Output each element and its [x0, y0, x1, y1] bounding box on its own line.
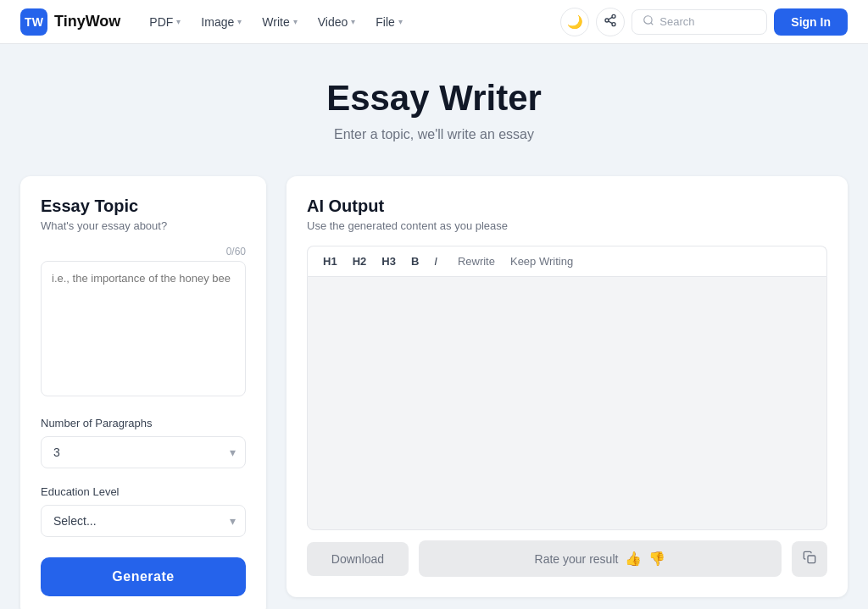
editor-toolbar: H1 H2 H3 B I Rewrite Keep Writing	[307, 246, 827, 276]
generate-button[interactable]: Generate	[41, 557, 246, 596]
svg-point-0	[612, 14, 615, 18]
nav-image[interactable]: Image ▾	[192, 10, 250, 34]
moon-icon: 🌙	[567, 14, 583, 30]
toolbar-h3-button[interactable]: H3	[376, 253, 401, 269]
chevron-down-icon: ▾	[293, 17, 298, 26]
svg-point-2	[612, 23, 615, 26]
toolbar-italic-button[interactable]: I	[429, 253, 442, 269]
svg-line-3	[609, 21, 613, 24]
copy-icon	[803, 551, 816, 567]
content-grid: Essay Topic What's your essay about? 0/6…	[20, 176, 848, 609]
education-select[interactable]: Select... Elementary Middle School High …	[41, 505, 246, 537]
paragraphs-select[interactable]: 1 2 3 4 5	[41, 436, 246, 468]
ai-output-subtitle: Use the generated content as you please	[307, 219, 827, 232]
ai-output-title: AI Output	[307, 197, 827, 216]
logo[interactable]: TW TinyWow	[20, 8, 120, 36]
svg-line-4	[609, 17, 613, 19]
logo-text: TinyWow	[54, 13, 120, 30]
nav-video[interactable]: Video ▾	[309, 10, 364, 34]
rate-label: Rate your result	[535, 552, 619, 566]
chevron-down-icon: ▾	[237, 17, 242, 26]
essay-topic-textarea[interactable]	[41, 261, 246, 396]
chevron-down-icon: ▾	[351, 17, 355, 26]
toolbar-bold-button[interactable]: B	[406, 253, 424, 269]
page-header: Essay Writer Enter a topic, we'll write …	[20, 78, 848, 142]
toolbar-rewrite-button[interactable]: Rewrite	[453, 253, 500, 269]
nav-pdf[interactable]: PDF ▾	[141, 10, 189, 34]
svg-point-5	[644, 15, 652, 23]
char-count: 0/60	[41, 246, 246, 257]
thumbs-up-icon[interactable]: 👍	[625, 551, 642, 567]
main-nav: PDF ▾ Image ▾ Write ▾ Video ▾ File ▾	[141, 10, 554, 34]
essay-topic-subtitle: What's your essay about?	[41, 219, 246, 232]
toolbar-h2-button[interactable]: H2	[348, 253, 372, 269]
toolbar-h1-button[interactable]: H1	[318, 253, 342, 269]
rate-result-button[interactable]: Rate your result 👍 👎	[419, 540, 782, 577]
sign-in-button[interactable]: Sign In	[774, 8, 848, 36]
toolbar-keep-writing-button[interactable]: Keep Writing	[505, 253, 578, 269]
left-panel: Essay Topic What's your essay about? 0/6…	[20, 176, 266, 609]
svg-rect-7	[808, 556, 815, 563]
paragraphs-select-wrapper: 1 2 3 4 5	[41, 436, 246, 468]
education-select-wrapper: Select... Elementary Middle School High …	[41, 505, 246, 537]
search-icon	[643, 14, 654, 30]
essay-topic-title: Essay Topic	[41, 197, 246, 216]
page-title: Essay Writer	[20, 78, 848, 119]
editor-area[interactable]	[307, 276, 827, 530]
dark-mode-button[interactable]: 🌙	[560, 8, 589, 36]
share-button[interactable]	[596, 8, 625, 36]
logo-icon: TW	[20, 8, 47, 36]
page-subtitle: Enter a topic, we'll write an essay	[20, 127, 848, 142]
svg-point-1	[605, 19, 609, 22]
nav-file[interactable]: File ▾	[367, 10, 411, 34]
paragraphs-group: Number of Paragraphs 1 2 3 4 5	[41, 417, 246, 468]
header-actions: 🌙 Sign In	[560, 8, 848, 36]
education-label: Education Level	[41, 485, 246, 498]
thumbs-down-icon[interactable]: 👎	[648, 551, 665, 567]
right-panel: AI Output Use the generated content as y…	[287, 176, 848, 597]
copy-button[interactable]	[792, 541, 827, 577]
share-icon	[604, 14, 617, 30]
output-actions: Download Rate your result 👍 👎	[307, 540, 827, 577]
chevron-down-icon: ▾	[176, 17, 181, 26]
education-group: Education Level Select... Elementary Mid…	[41, 485, 246, 537]
nav-write[interactable]: Write ▾	[253, 10, 305, 34]
search-bar[interactable]	[632, 9, 767, 35]
paragraphs-label: Number of Paragraphs	[41, 417, 246, 429]
svg-line-6	[651, 22, 654, 25]
chevron-down-icon: ▾	[398, 17, 403, 26]
download-button[interactable]: Download	[307, 542, 409, 576]
search-input[interactable]	[659, 15, 756, 28]
